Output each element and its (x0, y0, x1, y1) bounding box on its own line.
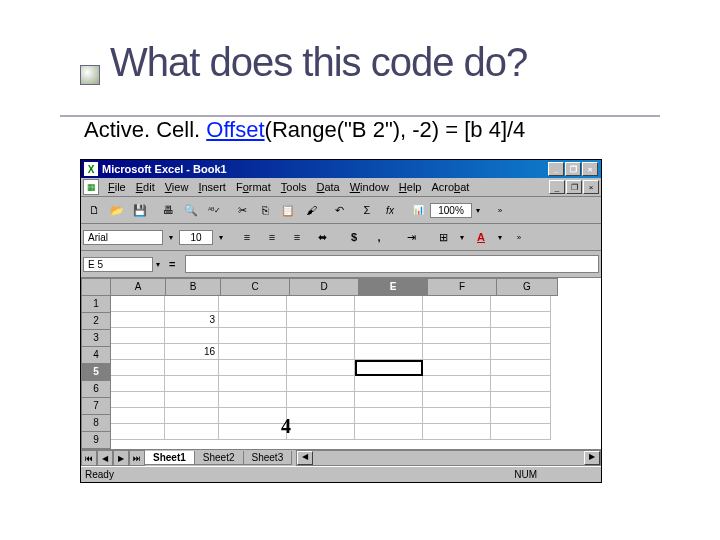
cell[interactable] (423, 392, 491, 408)
cell[interactable] (111, 328, 165, 344)
scroll-left-icon[interactable]: ◀ (297, 451, 313, 465)
cell[interactable] (491, 360, 551, 376)
cell[interactable] (355, 424, 423, 440)
cell-b4[interactable]: 16 (165, 344, 219, 360)
cell[interactable] (355, 408, 423, 424)
cell[interactable] (111, 312, 165, 328)
cell[interactable] (165, 360, 219, 376)
prev-sheet-icon[interactable]: ◀ (97, 450, 113, 466)
cell[interactable] (355, 296, 423, 312)
col-header-g[interactable]: G (497, 278, 558, 296)
cell[interactable] (423, 312, 491, 328)
indent-icon[interactable]: ⇥ (400, 226, 422, 248)
cell[interactable] (287, 424, 355, 440)
font-dropdown-icon[interactable]: ▾ (166, 226, 176, 248)
col-header-a[interactable]: A (111, 278, 166, 296)
comma-icon[interactable]: , (368, 226, 390, 248)
cell[interactable] (423, 376, 491, 392)
cell[interactable] (219, 344, 287, 360)
cell[interactable] (423, 424, 491, 440)
undo-icon[interactable]: ↶ (328, 199, 350, 221)
doc-minimize-button[interactable]: _ (549, 180, 565, 194)
cell[interactable] (111, 424, 165, 440)
merge-icon[interactable]: ⬌ (311, 226, 333, 248)
cell[interactable] (111, 360, 165, 376)
cell[interactable] (355, 376, 423, 392)
cell[interactable] (491, 328, 551, 344)
menu-edit[interactable]: Edit (131, 179, 160, 195)
sheet-tab-3[interactable]: Sheet3 (243, 451, 293, 465)
cell[interactable] (165, 392, 219, 408)
name-box[interactable]: E 5 (83, 257, 153, 272)
spelling-icon[interactable]: ᴬᴮ✓ (203, 199, 225, 221)
cell[interactable] (111, 376, 165, 392)
cell[interactable] (491, 392, 551, 408)
cell[interactable] (491, 344, 551, 360)
borders-dropdown-icon[interactable]: ▾ (457, 226, 467, 248)
col-header-d[interactable]: D (290, 278, 359, 296)
menu-data[interactable]: Data (311, 179, 344, 195)
sheet-tab-2[interactable]: Sheet2 (194, 451, 244, 465)
font-combo[interactable]: Arial (83, 230, 163, 245)
col-header-f[interactable]: F (428, 278, 497, 296)
row-header-7[interactable]: 7 (81, 398, 111, 415)
borders-icon[interactable]: ⊞ (432, 226, 454, 248)
currency-icon[interactable]: $ (343, 226, 365, 248)
align-left-icon[interactable]: ≡ (236, 226, 258, 248)
cell[interactable] (287, 312, 355, 328)
font-color-icon[interactable]: A (470, 226, 492, 248)
cell[interactable] (423, 344, 491, 360)
row-header-4[interactable]: 4 (81, 347, 111, 364)
cell[interactable] (423, 328, 491, 344)
size-dropdown-icon[interactable]: ▾ (216, 226, 226, 248)
cell[interactable] (165, 408, 219, 424)
cell[interactable] (355, 392, 423, 408)
cell[interactable] (219, 296, 287, 312)
formula-input[interactable] (185, 255, 599, 273)
cell[interactable] (491, 376, 551, 392)
autosum-icon[interactable]: Σ (356, 199, 378, 221)
function-icon[interactable]: fx (379, 199, 401, 221)
menu-window[interactable]: Window (345, 179, 394, 195)
active-cell-e5[interactable] (355, 360, 423, 376)
row-header-3[interactable]: 3 (81, 330, 111, 347)
scroll-right-icon[interactable]: ▶ (584, 451, 600, 465)
cell[interactable] (423, 296, 491, 312)
cell[interactable] (111, 296, 165, 312)
cell[interactable] (165, 296, 219, 312)
more-buttons-icon[interactable]: » (489, 199, 511, 221)
cell[interactable] (287, 296, 355, 312)
menu-insert[interactable]: Insert (193, 179, 231, 195)
cell[interactable] (219, 360, 287, 376)
cell[interactable] (219, 424, 287, 440)
horizontal-scrollbar[interactable]: ◀ ▶ (296, 450, 601, 466)
cell[interactable] (491, 424, 551, 440)
minimize-button[interactable]: _ (548, 162, 564, 176)
menu-tools[interactable]: Tools (276, 179, 312, 195)
cell[interactable] (491, 408, 551, 424)
cell[interactable] (219, 392, 287, 408)
align-right-icon[interactable]: ≡ (286, 226, 308, 248)
menu-format[interactable]: Format (231, 179, 276, 195)
cell[interactable] (111, 392, 165, 408)
cell[interactable] (491, 312, 551, 328)
last-sheet-icon[interactable]: ⏭ (129, 450, 145, 466)
print-icon[interactable]: 🖶 (157, 199, 179, 221)
cell[interactable] (287, 360, 355, 376)
zoom-combo[interactable]: 100% (430, 203, 472, 218)
doc-close-button[interactable]: × (583, 180, 599, 194)
more-format-icon[interactable]: » (508, 226, 530, 248)
cell[interactable] (287, 408, 355, 424)
col-header-e[interactable]: E (359, 278, 428, 296)
cell[interactable] (219, 328, 287, 344)
menu-acrobat[interactable]: Acrobat (426, 179, 474, 195)
row-header-1[interactable]: 1 (81, 296, 111, 313)
row-header-6[interactable]: 6 (81, 381, 111, 398)
workbook-icon[interactable]: ▦ (83, 179, 99, 195)
cut-icon[interactable]: ✂ (231, 199, 253, 221)
cell[interactable] (219, 408, 287, 424)
save-icon[interactable]: 💾 (129, 199, 151, 221)
cell[interactable] (165, 424, 219, 440)
cell[interactable] (111, 344, 165, 360)
col-header-b[interactable]: B (166, 278, 221, 296)
